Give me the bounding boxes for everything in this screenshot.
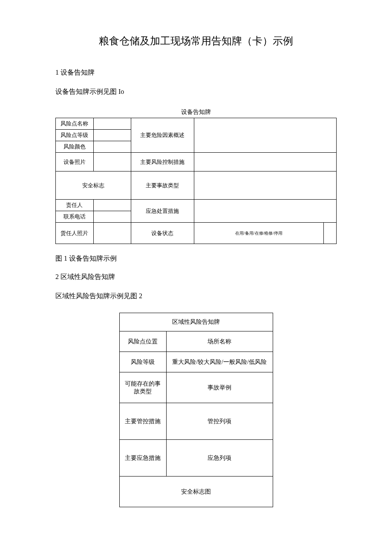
cell-contact-phone: 联系电话	[56, 211, 94, 223]
cell-risk-point-name: 风险点名称	[56, 118, 94, 130]
cell-empty	[93, 153, 131, 171]
cell-empty	[93, 118, 131, 130]
cell-equipment-status: 设备状态	[131, 223, 194, 244]
cell-empty	[324, 223, 337, 244]
cell-safety-sign-diagram: 安全标志图	[119, 477, 273, 507]
cell-main-risk-control: 主要风险控制措施	[131, 153, 194, 171]
cell-main-hazard: 主要危险因素概述	[131, 118, 194, 153]
cell-empty	[93, 200, 131, 211]
cell-empty	[194, 200, 336, 223]
cell-accident-example: 事故举例	[166, 372, 273, 403]
cell-risk-level: 风险等级	[119, 352, 166, 372]
cell-control-items: 管控列项	[166, 403, 273, 440]
regional-table: 区域性风险告知牌 风险点位置 场所名称 风险等级 重大风险/较大风险/一般风险/…	[119, 313, 273, 507]
cell-risk-location: 风险点位置	[119, 331, 166, 352]
cell-place-name: 场所名称	[166, 331, 273, 352]
cell-equipment-photo: 设备照片	[56, 153, 94, 171]
section2-text: 区域性风险告知牌示例见图 2	[55, 292, 337, 301]
section2-heading: 2 区域性风险告知牌	[55, 273, 337, 282]
cell-safety-sign: 安全标志	[56, 171, 131, 200]
cell-risk-level-value: 重大风险/较大风险/一般风险/低风险	[166, 352, 273, 372]
cell-empty	[93, 141, 131, 153]
cell-emergency-measures: 应急处置措施	[131, 200, 194, 223]
cell-control-measures: 主要管控措施	[119, 403, 166, 440]
cell-empty	[93, 223, 131, 244]
figure1-caption: 图 1 设备告知牌示例	[55, 254, 337, 263]
equipment-table: 风险点名称 主要危险因素概述 风险点等级 风险颜色 设备照片 主要风险控制措施 …	[55, 118, 337, 244]
cell-status-value: 在用/备用/在修/格修/停用	[194, 223, 324, 244]
page-title: 粮食仓储及加工现场常用告知牌（卡）示例	[55, 34, 337, 48]
cell-accident-type: 可能存在的事故类型	[119, 372, 166, 403]
cell-empty	[93, 130, 131, 141]
cell-empty	[194, 118, 336, 153]
cell-emergency-items: 应急列项	[166, 440, 273, 477]
cell-responsible-photo: 货任人照片	[56, 223, 94, 244]
cell-empty	[93, 211, 131, 223]
section1-heading: 1 设备告知牌	[55, 68, 337, 77]
cell-risk-color: 风险颜色	[56, 141, 94, 153]
cell-main-accident-type: 主要事故类型	[131, 171, 194, 200]
section1-text: 设备告知牌示例见图 Io	[55, 87, 337, 96]
cell-responsible-person: 责任人	[56, 200, 94, 211]
regional-header: 区域性风险告知牌	[119, 313, 273, 331]
cell-emergency-measures: 主要应急措施	[119, 440, 166, 477]
cell-empty	[194, 171, 336, 200]
cell-risk-point-level: 风险点等级	[56, 130, 94, 141]
table1-caption: 设备告知牌	[55, 108, 337, 116]
cell-empty	[194, 153, 336, 171]
